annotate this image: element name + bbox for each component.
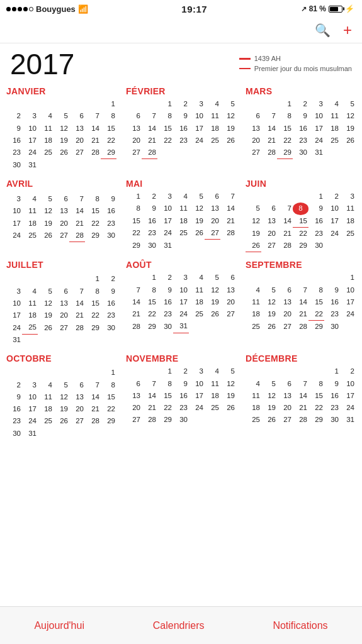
cal-day[interactable]: 15: [142, 296, 157, 308]
cal-day[interactable]: 10: [340, 378, 356, 390]
cal-day[interactable]: 28: [293, 321, 308, 333]
cal-day[interactable]: 9: [142, 203, 157, 214]
cal-day[interactable]: 12: [340, 110, 356, 122]
cal-day[interactable]: 25: [22, 321, 38, 334]
cal-day[interactable]: 19: [261, 308, 277, 321]
cal-day[interactable]: 5: [38, 286, 54, 297]
cal-day[interactable]: 16: [293, 123, 308, 135]
cal-day[interactable]: 11: [205, 378, 220, 390]
cal-day[interactable]: 29: [308, 414, 324, 426]
cal-day[interactable]: 6: [277, 284, 293, 296]
cal-day[interactable]: 6: [126, 110, 142, 122]
cal-day[interactable]: 8: [85, 286, 101, 297]
cal-day[interactable]: 16: [142, 215, 157, 227]
cal-day[interactable]: 3: [6, 193, 22, 205]
cal-day[interactable]: 7: [142, 110, 157, 122]
cal-day[interactable]: 10: [22, 123, 38, 135]
cal-day[interactable]: 10: [157, 203, 173, 214]
cal-day[interactable]: 4: [22, 286, 38, 297]
cal-day[interactable]: 24: [173, 308, 189, 320]
cal-day[interactable]: 10: [189, 378, 205, 390]
cal-day[interactable]: 16: [324, 390, 340, 402]
cal-day[interactable]: 10: [22, 391, 38, 403]
tab-today[interactable]: Aujourd'hui: [21, 615, 97, 636]
cal-day[interactable]: 1: [340, 272, 356, 284]
cal-day[interactable]: 31: [157, 240, 173, 252]
cal-day[interactable]: 29: [142, 320, 157, 333]
cal-day[interactable]: 19: [246, 227, 261, 240]
cal-day[interactable]: 2: [6, 110, 22, 122]
cal-day[interactable]: 4: [205, 98, 220, 110]
cal-day[interactable]: 23: [142, 227, 157, 240]
cal-day[interactable]: 2: [340, 365, 356, 377]
cal-day[interactable]: 28: [142, 414, 157, 426]
cal-day[interactable]: 18: [205, 390, 220, 402]
cal-day[interactable]: 13: [69, 123, 85, 135]
cal-day[interactable]: 7: [220, 191, 236, 203]
cal-day[interactable]: 28: [261, 147, 277, 159]
cal-day[interactable]: 11: [189, 284, 205, 296]
cal-day[interactable]: 12: [220, 110, 236, 122]
cal-day[interactable]: 10: [173, 284, 189, 296]
cal-day[interactable]: 1: [277, 98, 293, 110]
cal-day[interactable]: 8: [277, 110, 293, 122]
cal-day[interactable]: 25: [22, 230, 38, 242]
cal-day[interactable]: 24: [308, 135, 324, 147]
cal-day[interactable]: 27: [277, 321, 293, 333]
cal-day[interactable]: 1: [157, 98, 173, 110]
cal-day[interactable]: 4: [38, 110, 54, 122]
cal-day[interactable]: 18: [22, 309, 38, 321]
cal-day[interactable]: 23: [157, 308, 173, 320]
cal-day[interactable]: 8: [157, 110, 173, 122]
cal-day[interactable]: 17: [6, 218, 22, 230]
cal-day[interactable]: 24: [324, 227, 340, 240]
cal-day[interactable]: 27: [246, 147, 261, 159]
cal-day[interactable]: 26: [340, 135, 356, 147]
cal-day[interactable]: 20: [246, 135, 261, 147]
cal-day[interactable]: 26: [220, 402, 236, 414]
cal-day[interactable]: 11: [38, 391, 54, 403]
cal-day[interactable]: 17: [340, 296, 356, 308]
cal-day[interactable]: 9: [324, 284, 340, 296]
cal-day[interactable]: 26: [205, 308, 220, 320]
cal-day[interactable]: 19: [340, 123, 356, 135]
cal-day[interactable]: 25: [205, 135, 220, 147]
cal-day[interactable]: 1: [157, 365, 173, 377]
cal-day[interactable]: 24: [340, 308, 356, 321]
cal-day[interactable]: 17: [324, 215, 340, 228]
cal-day[interactable]: 12: [54, 123, 69, 135]
cal-day[interactable]: 14: [142, 390, 157, 402]
cal-day[interactable]: 4: [38, 379, 54, 391]
cal-day[interactable]: 13: [69, 391, 85, 403]
cal-day[interactable]: 19: [189, 215, 205, 227]
cal-day[interactable]: 7: [261, 110, 277, 122]
cal-day[interactable]: 20: [126, 135, 142, 147]
cal-day[interactable]: 14: [69, 297, 85, 309]
cal-day[interactable]: 8: [142, 284, 157, 296]
cal-day[interactable]: 29: [85, 321, 101, 334]
cal-day[interactable]: 18: [324, 123, 340, 135]
cal-day[interactable]: 10: [340, 284, 356, 296]
cal-day[interactable]: 24: [6, 230, 22, 242]
cal-day[interactable]: 2: [173, 98, 189, 110]
cal-day[interactable]: 7: [142, 378, 157, 390]
cal-day[interactable]: 31: [173, 320, 189, 333]
cal-day[interactable]: 5: [340, 98, 356, 110]
cal-day[interactable]: 5: [261, 284, 277, 296]
cal-day[interactable]: 14: [261, 123, 277, 135]
cal-day[interactable]: 16: [6, 403, 22, 415]
cal-day[interactable]: 28: [220, 227, 236, 240]
cal-day[interactable]: 14: [142, 123, 157, 135]
cal-day[interactable]: 12: [38, 205, 54, 217]
cal-day[interactable]: 23: [324, 402, 340, 414]
cal-day[interactable]: 15: [101, 123, 116, 135]
cal-day[interactable]: 30: [101, 321, 116, 334]
cal-day[interactable]: 18: [173, 215, 189, 227]
search-button[interactable]: 🔍: [315, 23, 331, 38]
cal-day[interactable]: 2: [293, 98, 308, 110]
cal-day[interactable]: 7: [69, 193, 85, 205]
cal-day[interactable]: 8: [308, 378, 324, 390]
cal-day[interactable]: 9: [324, 378, 340, 390]
cal-day[interactable]: 23: [173, 135, 189, 147]
cal-day[interactable]: 4: [246, 284, 261, 296]
